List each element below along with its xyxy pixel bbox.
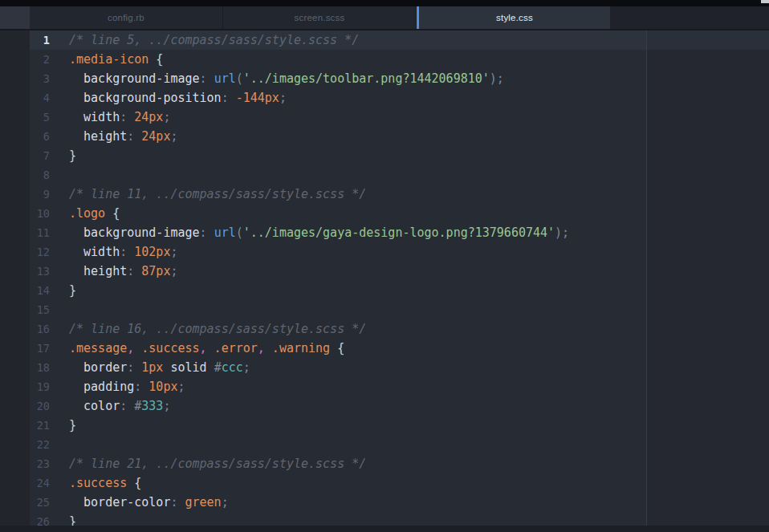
line-number: 22 <box>30 435 50 454</box>
tab-config.rb[interactable]: config.rb <box>30 6 223 29</box>
line-number: 17 <box>30 339 50 358</box>
line-number: 8 <box>30 165 50 185</box>
line-number: 5 <box>30 108 50 127</box>
line-number: 1 <box>30 30 50 50</box>
line-content: /* line 5, ../compass/sass/style.scss */ <box>50 30 359 50</box>
line-number: 18 <box>30 358 50 377</box>
line-number: 15 <box>30 300 50 319</box>
tab-bar-corner <box>0 6 30 29</box>
line-content <box>50 300 69 319</box>
line-number: 11 <box>30 223 50 242</box>
line-content: color: #333; <box>50 396 170 416</box>
line-content: /* line 11, ../compass/sass/style.scss *… <box>50 185 366 204</box>
line-content: padding: 10px; <box>50 377 185 396</box>
line-content: } <box>50 416 76 435</box>
line-content: border-color: green; <box>50 493 229 512</box>
line-content: } <box>50 146 76 165</box>
line-content: .media-icon { <box>50 50 163 69</box>
tab-bar: config.rbscreen.scssstyle.css <box>0 6 769 29</box>
line-content: background-image: url('../images/gaya-de… <box>50 223 569 242</box>
tabs-container: config.rbscreen.scssstyle.css <box>30 6 610 29</box>
line-number: 20 <box>30 396 50 416</box>
line-number: 21 <box>30 416 50 435</box>
line-content: background-image: url('../images/toolbar… <box>50 69 504 88</box>
line-number: 16 <box>30 319 50 339</box>
line-content: border: 1px solid #ccc; <box>50 358 250 377</box>
line-content: /* line 16, ../compass/sass/style.scss *… <box>50 319 366 339</box>
line-content <box>50 435 69 454</box>
line-content <box>50 165 69 185</box>
window-bottom-edge <box>0 526 769 532</box>
tab-style.css[interactable]: style.css <box>417 6 610 29</box>
line-number: 24 <box>30 473 50 493</box>
line-number: 7 <box>30 146 50 165</box>
line-content: /* line 21, ../compass/sass/style.scss *… <box>50 454 366 473</box>
line-number: 9 <box>30 185 50 204</box>
tab-bar-filler <box>610 6 769 29</box>
line-content: .success { <box>50 473 141 493</box>
tab-screen.scss[interactable]: screen.scss <box>223 6 417 29</box>
line-content: } <box>50 281 76 300</box>
editor-left-strip <box>0 30 30 532</box>
window-top-edge <box>0 0 769 6</box>
line-number: 25 <box>30 493 50 512</box>
column-ruler <box>646 30 647 532</box>
line-number: 14 <box>30 281 50 300</box>
line-content: height: 24px; <box>50 127 177 146</box>
line-number: 19 <box>30 377 50 396</box>
line-content: width: 102px; <box>50 242 177 262</box>
line-number: 12 <box>30 242 50 262</box>
line-number: 23 <box>30 454 50 473</box>
window-corner <box>761 0 769 3</box>
line-number: 4 <box>30 88 50 108</box>
beyond-ruler-shade <box>647 30 769 532</box>
line-number: 13 <box>30 262 50 281</box>
line-content: width: 24px; <box>50 108 170 127</box>
line-content: height: 87px; <box>50 262 177 281</box>
tab-label: screen.scss <box>295 13 345 22</box>
line-content: background-position: -144px; <box>50 88 287 108</box>
tab-bar-divider <box>0 29 769 30</box>
line-number: 6 <box>30 127 50 146</box>
code-editor[interactable]: 1/* line 5, ../compass/sass/style.scss *… <box>0 30 769 532</box>
line-content: .message, .success, .error, .warning { <box>50 339 344 358</box>
line-number: 3 <box>30 69 50 88</box>
line-number: 10 <box>30 204 50 223</box>
tab-label: style.css <box>496 13 533 22</box>
tab-label: config.rb <box>108 13 144 22</box>
line-number: 2 <box>30 50 50 69</box>
line-content: .logo { <box>50 204 120 223</box>
